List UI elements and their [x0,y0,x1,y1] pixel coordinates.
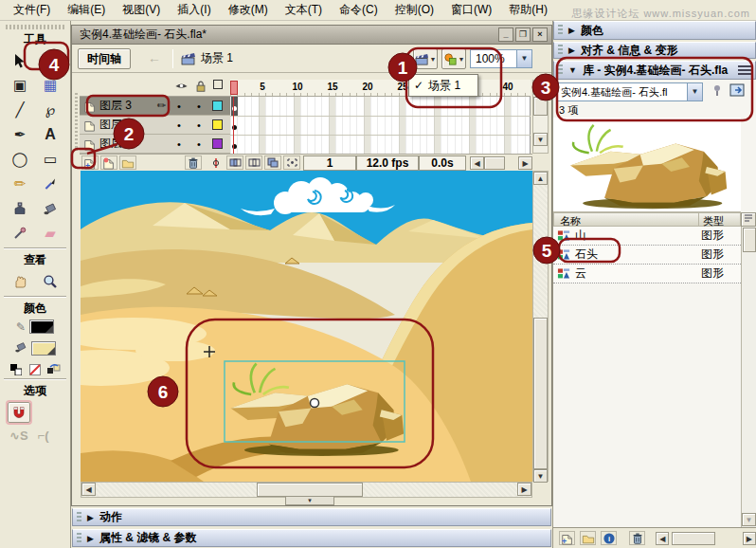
eraser-tool-icon[interactable]: ▰ [38,221,63,245]
stroke-color-swatch[interactable] [29,320,54,334]
menu-control[interactable]: 控制(O) [387,0,441,20]
scene-menu-item[interactable]: 场景 1 [428,78,460,94]
collapse-arrow-icon[interactable]: ▼ [568,65,577,75]
layer-outline-color[interactable] [212,100,223,111]
lasso-tool-icon[interactable]: ℘ [38,98,63,121]
library-item-name[interactable]: 云 [575,265,586,282]
expand-arrow-icon[interactable]: ▶ [568,46,575,55]
scroll-up-arrow[interactable]: ▲ [533,172,548,185]
stage-canvas[interactable] [81,171,532,482]
menu-edit[interactable]: 编辑(E) [60,0,113,20]
paint-bucket-tool-icon[interactable] [38,196,63,220]
selection-tool-icon[interactable] [8,48,32,72]
timeline-scroll-left[interactable]: ◀ [470,156,484,170]
panel-gripper[interactable] [558,45,563,55]
gradient-transform-tool-icon[interactable]: ▦ [38,73,63,97]
new-folder-button[interactable] [580,531,596,545]
scrollbar-thumb[interactable] [672,532,714,545]
edit-symbols-button[interactable]: ▼ [441,48,466,69]
frame-ruler[interactable] [230,80,531,97]
layer-row-2[interactable]: 图层 2 • • [80,116,230,135]
pencil-tool-icon[interactable]: ✏ [8,172,32,195]
scrollbar-thumb[interactable] [533,318,548,469]
panel-gripper[interactable] [77,512,81,523]
subselection-tool-icon[interactable] [38,48,63,72]
scroll-down-arrow[interactable]: ▼ [533,469,548,483]
zoom-dropdown-arrow[interactable]: ▼ [516,50,531,67]
black-white-button[interactable] [9,363,24,375]
oval-tool-icon[interactable]: ◯ [8,147,32,171]
library-item-mountain[interactable]: 山 图形 [553,227,741,246]
library-document-dropdown-arrow[interactable]: ▼ [687,83,702,100]
timeline-vertical-scrollbar[interactable]: ▲ ▼ [532,80,549,154]
straighten-icon[interactable]: ⌐( [38,429,49,443]
timeline-tab[interactable]: 时间轴 [78,48,131,69]
library-document-select[interactable]: 实例4.基础绘画- 石头.fl ▼ [557,82,703,101]
minimize-button[interactable]: _ [498,27,513,42]
scrollbar-thumb[interactable] [257,483,363,497]
panel-properties[interactable]: ▶ 属性 & 滤镜 & 参数 [72,529,551,547]
pin-library-button[interactable] [709,83,726,100]
scene-dropdown-menu[interactable]: ✓ 场景 1 [408,74,478,97]
pen-tool-icon[interactable]: ✒ [8,122,32,146]
expand-arrow-icon[interactable]: ▶ [87,534,94,543]
document-title-bar[interactable]: 实例4.基础绘画- 石头.fla* _ ❐ × [71,25,552,45]
close-button[interactable]: × [532,27,548,42]
menu-modify[interactable]: 修改(M) [221,0,276,20]
panel-gripper[interactable] [558,25,563,37]
panel-align-info-transform[interactable]: ▶ 对齐 & 信息 & 变形 [553,42,756,59]
smooth-icon[interactable]: ∿S [9,429,28,443]
back-arrow-button[interactable]: ← [144,50,165,67]
panel-color[interactable]: ▶ 颜色 [553,21,756,40]
layer-outline-color[interactable] [212,138,223,149]
stage-collapse-tab[interactable]: ▼ [285,497,334,505]
rectangle-tool-icon[interactable]: ▭ [38,147,63,171]
frame-rate-indicator[interactable]: 12.0 fps [356,155,419,171]
library-item-name[interactable]: 石头 [575,247,598,263]
library-item-cloud[interactable]: 云 图形 [553,265,741,283]
layer-row-3[interactable]: 图层 3 ✏ • • [80,97,230,116]
zoom-tool-icon[interactable] [38,269,63,293]
menu-view[interactable]: 视图(V) [115,0,168,20]
menu-commands[interactable]: 命令(C) [332,0,386,20]
layer-outline-color[interactable] [212,119,223,130]
free-transform-tool-icon[interactable]: ▣ [8,73,32,97]
layer-name[interactable]: 图层 3 [99,98,154,114]
brush-tool-icon[interactable] [38,172,63,195]
lock-all-layers-icon[interactable] [194,80,207,96]
edit-multiple-frames-button[interactable] [264,155,281,170]
layer-row-1[interactable]: 图层 1 • • [80,135,230,154]
restore-button[interactable]: ❐ [515,27,531,42]
toolbox-gripper[interactable] [6,25,64,29]
column-name[interactable]: 名称 [554,213,698,226]
text-tool-icon[interactable]: A [38,122,63,146]
menu-insert[interactable]: 插入(I) [170,0,218,20]
center-frame-button[interactable] [207,155,225,170]
panel-actions[interactable]: ▶ 动作 [72,508,551,526]
onion-skin-button[interactable] [226,155,243,170]
playhead[interactable] [230,81,238,95]
new-library-panel-button[interactable] [729,83,748,100]
column-type[interactable]: 类型 [698,213,740,226]
scene-breadcrumb[interactable]: 场景 1 [181,50,233,66]
onion-skin-outlines-button[interactable] [245,155,262,170]
outline-all-layers-icon[interactable] [213,80,223,89]
timeline-scroll-right[interactable]: ▶ [518,156,532,170]
frame-grid[interactable] [230,97,531,154]
delete-layer-button[interactable] [185,155,202,170]
scroll-down-arrow[interactable]: ▼ [533,133,548,146]
item-properties-button[interactable] [601,531,617,545]
scroll-left-arrow[interactable]: ◀ [81,483,96,496]
show-hide-all-layers-icon[interactable] [174,80,189,96]
delete-item-button[interactable] [629,531,645,545]
timeline-hscroll-thumb[interactable] [484,156,505,170]
panel-menu-icon[interactable] [738,65,751,75]
no-color-button[interactable] [28,363,43,375]
insert-layer-folder-button[interactable] [119,155,136,170]
scroll-left-arrow[interactable]: ◀ [656,532,669,545]
menu-window[interactable]: 窗口(W) [443,0,499,20]
fill-color-swatch[interactable] [31,341,56,356]
panel-library[interactable]: ▼ 库 - 实例4.基础绘画- 石头.fla [553,61,756,80]
layer-name[interactable]: 图层 2 [99,117,154,133]
hand-tool-icon[interactable] [8,269,32,293]
